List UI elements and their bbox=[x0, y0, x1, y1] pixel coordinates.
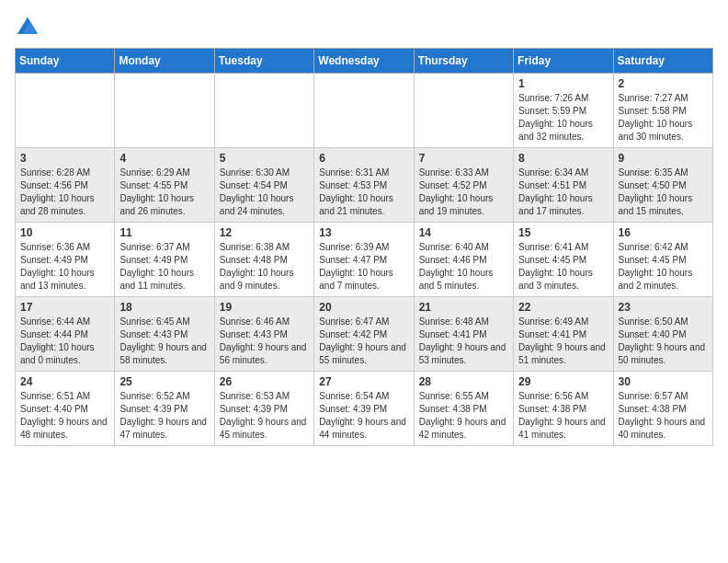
calendar-week-row: 24Sunrise: 6:51 AM Sunset: 4:40 PM Dayli… bbox=[16, 372, 713, 446]
day-number: 24 bbox=[20, 375, 109, 388]
day-info: Sunrise: 6:33 AM Sunset: 4:52 PM Dayligh… bbox=[419, 167, 508, 218]
day-info: Sunrise: 6:41 AM Sunset: 4:45 PM Dayligh… bbox=[518, 241, 608, 293]
day-number: 19 bbox=[220, 301, 309, 314]
calendar-cell: 6Sunrise: 6:31 AM Sunset: 4:53 PM Daylig… bbox=[314, 148, 414, 223]
calendar-cell: 18Sunrise: 6:45 AM Sunset: 4:43 PM Dayli… bbox=[115, 297, 214, 372]
day-number: 28 bbox=[419, 375, 508, 388]
calendar-cell: 8Sunrise: 6:34 AM Sunset: 4:51 PM Daylig… bbox=[514, 148, 613, 223]
calendar-cell bbox=[16, 74, 115, 148]
day-info: Sunrise: 6:28 AM Sunset: 4:56 PM Dayligh… bbox=[20, 167, 109, 218]
day-number: 5 bbox=[220, 152, 309, 165]
calendar-cell: 10Sunrise: 6:36 AM Sunset: 4:49 PM Dayli… bbox=[16, 223, 115, 297]
calendar-cell: 17Sunrise: 6:44 AM Sunset: 4:44 PM Dayli… bbox=[16, 297, 115, 372]
calendar-cell: 7Sunrise: 6:33 AM Sunset: 4:52 PM Daylig… bbox=[414, 148, 513, 223]
day-info: Sunrise: 6:34 AM Sunset: 4:51 PM Dayligh… bbox=[518, 167, 608, 218]
day-info: Sunrise: 6:39 AM Sunset: 4:47 PM Dayligh… bbox=[319, 241, 408, 293]
calendar-cell: 29Sunrise: 6:56 AM Sunset: 4:38 PM Dayli… bbox=[514, 372, 613, 446]
calendar-week-row: 3Sunrise: 6:28 AM Sunset: 4:56 PM Daylig… bbox=[16, 148, 713, 223]
header-wednesday: Wednesday bbox=[314, 49, 414, 74]
calendar-cell: 22Sunrise: 6:49 AM Sunset: 4:41 PM Dayli… bbox=[514, 297, 613, 372]
day-info: Sunrise: 6:35 AM Sunset: 4:50 PM Dayligh… bbox=[619, 167, 708, 218]
day-number: 18 bbox=[119, 301, 209, 314]
calendar-cell: 4Sunrise: 6:29 AM Sunset: 4:55 PM Daylig… bbox=[115, 148, 214, 223]
header-thursday: Thursday bbox=[414, 49, 513, 74]
day-info: Sunrise: 6:47 AM Sunset: 4:42 PM Dayligh… bbox=[319, 316, 408, 367]
calendar-cell: 24Sunrise: 6:51 AM Sunset: 4:40 PM Dayli… bbox=[16, 372, 115, 446]
day-number: 16 bbox=[619, 226, 708, 239]
day-number: 10 bbox=[20, 226, 109, 239]
day-info: Sunrise: 6:45 AM Sunset: 4:43 PM Dayligh… bbox=[119, 316, 209, 367]
day-info: Sunrise: 6:30 AM Sunset: 4:54 PM Dayligh… bbox=[220, 167, 309, 218]
header-saturday: Saturday bbox=[613, 49, 712, 74]
calendar-cell bbox=[414, 74, 513, 148]
logo-icon bbox=[15, 15, 40, 40]
day-info: Sunrise: 6:38 AM Sunset: 4:48 PM Dayligh… bbox=[220, 241, 309, 293]
day-number: 20 bbox=[319, 301, 408, 314]
calendar-cell: 30Sunrise: 6:57 AM Sunset: 4:38 PM Dayli… bbox=[613, 372, 712, 446]
header-tuesday: Tuesday bbox=[214, 49, 313, 74]
calendar-week-row: 17Sunrise: 6:44 AM Sunset: 4:44 PM Dayli… bbox=[16, 297, 713, 372]
day-number: 22 bbox=[518, 301, 608, 314]
calendar-cell: 25Sunrise: 6:52 AM Sunset: 4:39 PM Dayli… bbox=[115, 372, 214, 446]
calendar-cell: 27Sunrise: 6:54 AM Sunset: 4:39 PM Dayli… bbox=[314, 372, 414, 446]
day-number: 27 bbox=[319, 375, 408, 388]
day-number: 1 bbox=[518, 77, 608, 90]
day-info: Sunrise: 6:54 AM Sunset: 4:39 PM Dayligh… bbox=[319, 390, 408, 442]
day-number: 26 bbox=[220, 375, 309, 388]
calendar-header-row: SundayMondayTuesdayWednesdayThursdayFrid… bbox=[16, 49, 713, 74]
day-number: 23 bbox=[619, 301, 708, 314]
calendar-week-row: 10Sunrise: 6:36 AM Sunset: 4:49 PM Dayli… bbox=[16, 223, 713, 297]
day-number: 7 bbox=[419, 152, 508, 165]
day-number: 6 bbox=[319, 152, 408, 165]
day-info: Sunrise: 6:53 AM Sunset: 4:39 PM Dayligh… bbox=[220, 390, 309, 442]
calendar-cell: 28Sunrise: 6:55 AM Sunset: 4:38 PM Dayli… bbox=[414, 372, 513, 446]
day-number: 29 bbox=[518, 375, 608, 388]
day-number: 15 bbox=[518, 226, 608, 239]
calendar-cell: 21Sunrise: 6:48 AM Sunset: 4:41 PM Dayli… bbox=[414, 297, 513, 372]
calendar-cell: 26Sunrise: 6:53 AM Sunset: 4:39 PM Dayli… bbox=[214, 372, 313, 446]
logo bbox=[15, 15, 44, 40]
day-info: Sunrise: 6:57 AM Sunset: 4:38 PM Dayligh… bbox=[619, 390, 708, 442]
day-info: Sunrise: 6:36 AM Sunset: 4:49 PM Dayligh… bbox=[20, 241, 109, 293]
calendar-cell: 9Sunrise: 6:35 AM Sunset: 4:50 PM Daylig… bbox=[613, 148, 712, 223]
calendar-cell bbox=[115, 74, 214, 148]
day-info: Sunrise: 6:31 AM Sunset: 4:53 PM Dayligh… bbox=[319, 167, 408, 218]
day-number: 9 bbox=[619, 152, 708, 165]
day-info: Sunrise: 6:37 AM Sunset: 4:49 PM Dayligh… bbox=[119, 241, 209, 293]
day-number: 25 bbox=[119, 375, 209, 388]
calendar-table: SundayMondayTuesdayWednesdayThursdayFrid… bbox=[15, 48, 713, 446]
calendar-cell: 2Sunrise: 7:27 AM Sunset: 5:58 PM Daylig… bbox=[613, 74, 712, 148]
calendar-cell: 14Sunrise: 6:40 AM Sunset: 4:46 PM Dayli… bbox=[414, 223, 513, 297]
day-info: Sunrise: 6:56 AM Sunset: 4:38 PM Dayligh… bbox=[518, 390, 608, 442]
day-number: 14 bbox=[419, 226, 508, 239]
calendar-cell: 11Sunrise: 6:37 AM Sunset: 4:49 PM Dayli… bbox=[115, 223, 214, 297]
day-info: Sunrise: 6:51 AM Sunset: 4:40 PM Dayligh… bbox=[20, 390, 109, 442]
day-number: 30 bbox=[619, 375, 708, 388]
day-info: Sunrise: 7:27 AM Sunset: 5:58 PM Dayligh… bbox=[619, 92, 708, 144]
header-friday: Friday bbox=[514, 49, 613, 74]
calendar-cell: 23Sunrise: 6:50 AM Sunset: 4:40 PM Dayli… bbox=[613, 297, 712, 372]
day-info: Sunrise: 6:50 AM Sunset: 4:40 PM Dayligh… bbox=[619, 316, 708, 367]
day-number: 8 bbox=[518, 152, 608, 165]
calendar-cell: 16Sunrise: 6:42 AM Sunset: 4:45 PM Dayli… bbox=[613, 223, 712, 297]
day-info: Sunrise: 6:49 AM Sunset: 4:41 PM Dayligh… bbox=[518, 316, 608, 367]
header-sunday: Sunday bbox=[16, 49, 115, 74]
calendar-cell bbox=[314, 74, 414, 148]
header-monday: Monday bbox=[115, 49, 214, 74]
day-info: Sunrise: 6:55 AM Sunset: 4:38 PM Dayligh… bbox=[419, 390, 508, 442]
day-info: Sunrise: 6:52 AM Sunset: 4:39 PM Dayligh… bbox=[119, 390, 209, 442]
day-info: Sunrise: 6:46 AM Sunset: 4:43 PM Dayligh… bbox=[220, 316, 309, 367]
day-info: Sunrise: 7:26 AM Sunset: 5:59 PM Dayligh… bbox=[518, 92, 608, 144]
calendar-cell: 19Sunrise: 6:46 AM Sunset: 4:43 PM Dayli… bbox=[214, 297, 313, 372]
calendar-cell: 12Sunrise: 6:38 AM Sunset: 4:48 PM Dayli… bbox=[214, 223, 313, 297]
day-info: Sunrise: 6:42 AM Sunset: 4:45 PM Dayligh… bbox=[619, 241, 708, 293]
day-number: 17 bbox=[20, 301, 109, 314]
calendar-cell bbox=[214, 74, 313, 148]
day-number: 2 bbox=[619, 77, 708, 90]
day-number: 11 bbox=[119, 226, 209, 239]
day-number: 21 bbox=[419, 301, 508, 314]
calendar-cell: 1Sunrise: 7:26 AM Sunset: 5:59 PM Daylig… bbox=[514, 74, 613, 148]
day-number: 4 bbox=[119, 152, 209, 165]
calendar-cell: 20Sunrise: 6:47 AM Sunset: 4:42 PM Dayli… bbox=[314, 297, 414, 372]
calendar-cell: 13Sunrise: 6:39 AM Sunset: 4:47 PM Dayli… bbox=[314, 223, 414, 297]
